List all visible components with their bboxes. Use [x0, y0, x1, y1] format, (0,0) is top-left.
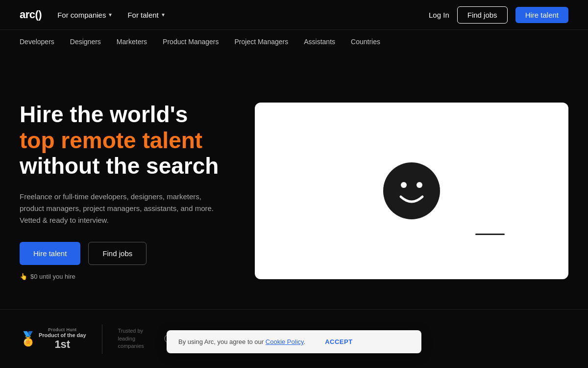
zero-cost-label: 👆 $0 until you hire: [20, 273, 225, 280]
svg-point-2: [416, 182, 422, 188]
cookie-message: By using Arc, you agree to our: [178, 338, 266, 345]
logo: arc(): [20, 8, 42, 21]
hero-title-line1: Hire the world's: [20, 102, 188, 127]
cookie-suffix: .: [304, 338, 306, 345]
ph-rank-label: 1st: [39, 338, 86, 351]
subnav-designers[interactable]: Designers: [70, 38, 101, 46]
header: arc() For companies ▾ For talent ▾ Log I…: [0, 0, 588, 29]
subnav-marketers[interactable]: Marketers: [117, 38, 147, 46]
accept-button[interactable]: ACCEPT: [325, 338, 352, 345]
subnav-countries[interactable]: Countries: [351, 38, 380, 46]
login-button[interactable]: Log In: [429, 11, 449, 19]
hire-talent-main-button[interactable]: Hire talent: [20, 242, 80, 265]
hire-talent-button[interactable]: Hire talent: [515, 7, 568, 23]
ph-product-day-label: Product of the day: [39, 332, 86, 338]
header-right: Log In Find jobs Hire talent: [429, 6, 568, 24]
chevron-down-icon: ▾: [162, 11, 165, 18]
for-talent-label: For talent: [127, 11, 158, 19]
svg-point-1: [401, 182, 407, 188]
hero-buttons: Hire talent Find jobs: [20, 242, 225, 265]
cookie-banner: By using Arc, you agree to our Cookie Po…: [167, 330, 421, 353]
hero-text: Hire the world's top remote talent witho…: [20, 102, 225, 281]
subnav-project-managers[interactable]: Project Managers: [235, 38, 289, 46]
trusted-by-label: Trusted byleadingcompanies: [118, 327, 144, 350]
cookie-policy-link[interactable]: Cookie Policy: [266, 338, 304, 345]
find-jobs-button[interactable]: Find jobs: [457, 6, 508, 24]
subnav-developers[interactable]: Developers: [20, 38, 54, 46]
hero-title: Hire the world's top remote talent witho…: [20, 102, 225, 180]
for-talent-nav[interactable]: For talent ▾: [127, 11, 164, 19]
chevron-down-icon: ▾: [109, 11, 112, 18]
zero-cost-emoji: 👆: [20, 273, 27, 280]
for-companies-nav[interactable]: For companies ▾: [57, 11, 112, 19]
hero-title-highlight: top remote talent: [20, 128, 202, 153]
product-hunt-badge: 🏅 Product Hunt Product of the day 1st: [20, 327, 86, 351]
svg-point-0: [383, 162, 440, 219]
for-companies-label: For companies: [57, 11, 106, 19]
hero-title-line3: without the search: [20, 153, 219, 179]
main-content: Hire the world's top remote talent witho…: [0, 53, 588, 309]
cookie-text: By using Arc, you agree to our Cookie Po…: [178, 338, 305, 345]
ph-product-hunt-label: Product Hunt: [39, 327, 86, 332]
smiley-face-icon: [382, 161, 441, 220]
zero-cost-text: $0 until you hire: [30, 273, 75, 280]
dash-decoration: [475, 234, 505, 235]
trust-divider: [102, 324, 102, 354]
header-left: arc() For companies ▾ For talent ▾: [20, 8, 165, 21]
subnav: Developers Designers Marketers Product M…: [0, 29, 588, 53]
ph-text: Product Hunt Product of the day 1st: [39, 327, 86, 351]
hero-image: [255, 103, 568, 279]
hero-description: Freelance or full-time developers, desig…: [20, 191, 225, 226]
ph-medal: 🏅 Product Hunt Product of the day 1st: [20, 327, 86, 351]
ph-laurel-left: 🏅: [20, 331, 37, 347]
subnav-product-managers[interactable]: Product Managers: [163, 38, 219, 46]
find-jobs-main-button[interactable]: Find jobs: [88, 242, 147, 265]
subnav-assistants[interactable]: Assistants: [304, 38, 335, 46]
